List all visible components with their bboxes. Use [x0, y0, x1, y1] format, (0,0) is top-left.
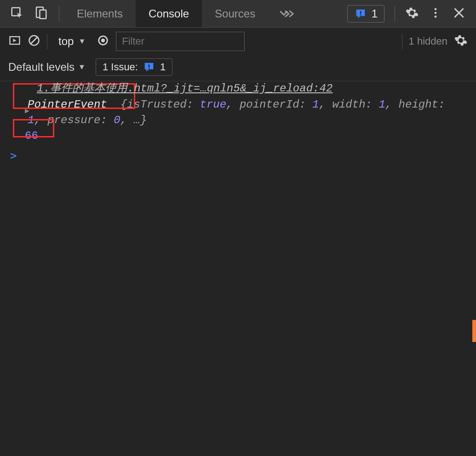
- issues-pill[interactable]: 1 Issue: 1: [96, 58, 172, 76]
- issues-indicator[interactable]: 1: [347, 5, 384, 23]
- prop-key: pointerId: [240, 98, 299, 111]
- source-link[interactable]: 1.事件的基本使用.html?_ijt=…qnln5&_ij_reload:42: [37, 80, 333, 95]
- svg-rect-12: [149, 64, 149, 67]
- scrollbar-marker: [472, 320, 476, 342]
- console-toolbar: top ▼ 1 hidden: [0, 28, 476, 55]
- prop-key: pressure: [47, 114, 100, 126]
- toolbar-divider: [47, 34, 47, 49]
- inspect-element-icon[interactable]: [10, 6, 24, 22]
- tabbar-left-icons: [0, 6, 59, 22]
- expand-arrow-icon[interactable]: ▶: [25, 106, 29, 115]
- chevron-down-icon: ▼: [78, 37, 86, 46]
- console-entry: 1.事件的基本使用.html?_ijt=…qnln5&_ij_reload:42…: [0, 81, 476, 145]
- console-prompt[interactable]: >: [0, 145, 476, 162]
- hidden-messages-label[interactable]: 1 hidden: [409, 35, 447, 47]
- prop-val: true: [200, 98, 226, 111]
- prop-key: isTrusted: [127, 98, 187, 111]
- svg-point-11: [101, 39, 105, 42]
- more-tabs-icon[interactable]: [268, 7, 305, 20]
- issues-icon: [354, 7, 367, 20]
- svg-rect-3: [360, 11, 361, 14]
- console-output: 1.事件的基本使用.html?_ijt=…qnln5&_ij_reload:42…: [0, 79, 476, 456]
- prop-val: 1: [312, 98, 319, 111]
- issues-pill-count: 1: [160, 61, 166, 73]
- tab-console[interactable]: Console: [136, 0, 202, 27]
- prop-val: 1: [379, 98, 385, 111]
- console-settings-icon[interactable]: [454, 34, 468, 49]
- toolbar-divider-right: [402, 34, 402, 49]
- issues-count: 1: [372, 7, 378, 20]
- prop-key: height: [399, 98, 438, 111]
- toggle-sidebar-icon[interactable]: [8, 34, 21, 49]
- svg-point-5: [435, 8, 437, 10]
- svg-rect-13: [149, 68, 149, 68]
- svg-point-7: [435, 15, 437, 17]
- tab-list: Elements Console Sources: [64, 0, 268, 27]
- close-icon[interactable]: [452, 6, 466, 22]
- live-expression-icon[interactable]: [97, 34, 109, 49]
- clear-console-icon[interactable]: [28, 34, 40, 49]
- prop-key: width: [333, 98, 366, 111]
- svg-rect-4: [360, 14, 361, 15]
- log-levels-label: Default levels: [8, 61, 75, 74]
- object-class-name: PointerEvent: [28, 98, 107, 111]
- device-toggle-icon[interactable]: [34, 6, 48, 22]
- filter-input[interactable]: [116, 32, 245, 51]
- execution-context-dropdown[interactable]: top ▼: [54, 35, 90, 48]
- tab-sources[interactable]: Sources: [202, 0, 268, 27]
- logged-object[interactable]: PointerEvent {isTrusted: true, pointerId…: [28, 97, 459, 128]
- logged-number[interactable]: 66: [25, 130, 459, 142]
- tabbar-divider-right: [395, 6, 395, 22]
- issues-pill-prefix: 1 Issue:: [103, 61, 138, 73]
- prop-val: 1: [28, 114, 34, 126]
- tabbar-divider: [59, 6, 59, 22]
- execution-context-label: top: [58, 35, 74, 48]
- chevron-down-icon: ▼: [78, 63, 86, 71]
- svg-rect-2: [40, 10, 46, 18]
- log-levels-dropdown[interactable]: Default levels ▼: [8, 61, 86, 74]
- svg-point-6: [435, 11, 437, 14]
- gear-icon[interactable]: [405, 6, 419, 22]
- devtools-tabbar: Elements Console Sources 1: [0, 0, 476, 28]
- tab-elements[interactable]: Elements: [64, 0, 136, 27]
- tabbar-right: 1: [347, 5, 476, 23]
- kebab-menu-icon[interactable]: [429, 6, 442, 21]
- levels-bar: Default levels ▼ 1 Issue: 1: [0, 55, 476, 79]
- prop-val: 0: [114, 114, 120, 126]
- issues-icon: [143, 61, 155, 74]
